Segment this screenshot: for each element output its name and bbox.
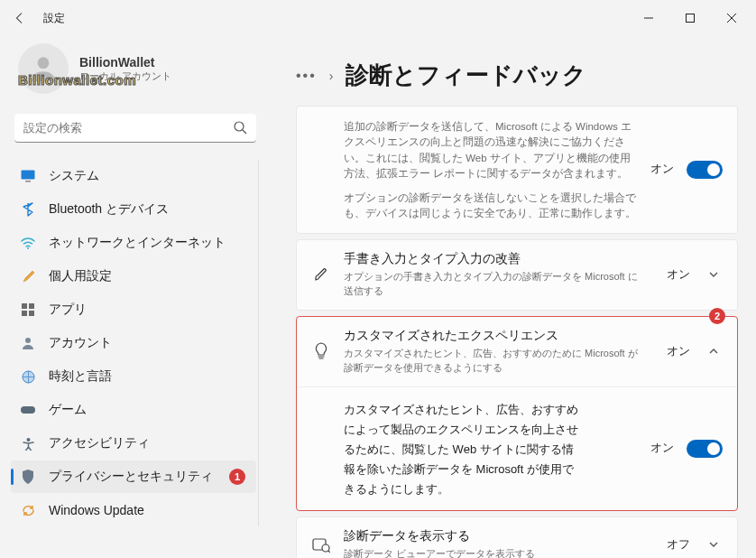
search-input[interactable] <box>14 114 256 143</box>
card-desc: カスタマイズされたヒント、広告、おすすめのために Microsoft が診断デー… <box>344 346 641 376</box>
sidebar-item-label: Bluetooth とデバイス <box>49 201 169 218</box>
chevron-right-icon: › <box>329 69 334 83</box>
svg-line-6 <box>243 130 246 134</box>
game-icon <box>20 402 36 418</box>
account-name: BillionWallet <box>79 55 171 70</box>
sidebar-item-label: 時刻と言語 <box>49 368 112 385</box>
search-input-wrap <box>14 114 256 143</box>
update-icon <box>20 502 36 518</box>
sidebar-item-label: アクセシビリティ <box>49 435 150 451</box>
avatar <box>18 43 69 94</box>
svg-rect-16 <box>21 406 35 414</box>
card-diagnostic-viewer[interactable]: 診断データを表示する 診断データ ビューアーでデータを表示する オフ <box>296 516 738 558</box>
card-desc: 追加の診断データを送信して、Microsoft による Windows エクスペ… <box>344 119 638 181</box>
svg-rect-8 <box>25 181 31 182</box>
pen-icon <box>311 266 331 283</box>
sidebar-item-accounts[interactable]: アカウント <box>11 327 256 359</box>
sidebar-item-privacy[interactable]: プライバシーとセキュリティ 1 <box>11 460 256 493</box>
apps-icon <box>20 302 36 318</box>
wifi-icon <box>20 235 36 251</box>
card-desc-note: オプションの診断データを送信しないことを選択した場合でも、デバイスは同じように安… <box>344 191 638 222</box>
lightbulb-icon <box>311 342 331 360</box>
breadcrumb-more[interactable]: ••• <box>296 68 317 84</box>
maximize-button[interactable] <box>669 4 711 33</box>
sidebar-item-label: アカウント <box>49 335 112 351</box>
svg-rect-11 <box>29 303 34 309</box>
svg-point-19 <box>322 544 329 552</box>
sidebar-item-network[interactable]: ネットワークとインターネット <box>11 227 256 259</box>
card-tailored-experiences: カスタマイズされたエクスペリエンス カスタマイズされたヒント、広告、おすすめのた… <box>296 316 738 511</box>
svg-point-4 <box>38 57 50 69</box>
sidebar-item-label: ネットワークとインターネット <box>49 235 226 251</box>
display-icon <box>20 168 36 184</box>
window-title: 設定 <box>43 11 65 26</box>
back-button[interactable] <box>4 2 36 34</box>
sidebar-item-bluetooth[interactable]: Bluetooth とデバイス <box>11 193 256 226</box>
svg-point-14 <box>25 338 31 343</box>
account-type: ローカル アカウント <box>79 70 171 83</box>
svg-rect-1 <box>687 14 695 23</box>
page-title: 診断とフィードバック <box>346 60 586 91</box>
sidebar-item-label: ゲーム <box>49 402 87 418</box>
close-button[interactable] <box>711 4 752 33</box>
svg-rect-12 <box>22 311 27 316</box>
svg-line-20 <box>328 551 330 553</box>
svg-rect-7 <box>22 171 35 180</box>
svg-point-9 <box>27 247 29 249</box>
card-sub-desc: カスタマイズされたヒント、広告、おすすめによって製品のエクスペリエンスを向上させ… <box>344 400 578 499</box>
person-icon <box>20 335 36 351</box>
search-icon <box>233 120 247 135</box>
toggle-state: オン <box>650 162 674 177</box>
toggle-state: オン <box>667 267 690 283</box>
card-title: 手書き入力とタイプ入力の改善 <box>344 251 654 267</box>
sidebar-item-apps[interactable]: アプリ <box>11 293 256 326</box>
card-desc: 診断データ ビューアーでデータを表示する <box>344 546 641 558</box>
card-header-row[interactable]: カスタマイズされたエクスペリエンス カスタマイズされたヒント、広告、おすすめのた… <box>297 317 737 386</box>
accessibility-icon <box>20 435 36 451</box>
sidebar-item-time-language[interactable]: 時刻と言語 <box>11 360 256 393</box>
svg-rect-10 <box>22 303 27 309</box>
annotation-badge-2: 2 <box>709 308 725 324</box>
card-optional-diagnostics: 追加の診断データを送信して、Microsoft による Windows エクスペ… <box>296 106 738 234</box>
chevron-up-icon[interactable] <box>708 346 723 357</box>
toggle-state: オフ <box>667 537 690 553</box>
sidebar-item-label: プライバシーとセキュリティ <box>49 469 213 485</box>
svg-point-5 <box>235 122 244 131</box>
toggle-tailored-experiences[interactable] <box>687 440 723 458</box>
minimize-button[interactable] <box>628 4 669 33</box>
toggle-optional-diagnostics[interactable] <box>687 161 723 179</box>
sidebar-item-personalization[interactable]: 個人用設定 <box>11 260 256 293</box>
globe-icon <box>20 368 36 385</box>
sidebar-item-system[interactable]: システム <box>11 160 256 192</box>
card-title: カスタマイズされたエクスペリエンス <box>344 328 654 344</box>
svg-point-17 <box>26 438 30 442</box>
shield-icon <box>20 469 36 485</box>
chevron-down-icon[interactable] <box>708 539 723 550</box>
sidebar-item-label: アプリ <box>49 302 87 318</box>
account-block[interactable]: BillionWallet ローカル アカウント <box>11 36 260 108</box>
annotation-badge-1: 1 <box>229 469 245 485</box>
sidebar-item-label: システム <box>49 168 99 184</box>
toggle-state: オン <box>650 441 674 456</box>
card-desc: オプションの手書き入力とタイプ入力の診断データを Microsoft に送信する <box>344 269 641 299</box>
chevron-down-icon[interactable] <box>708 269 723 280</box>
svg-rect-13 <box>29 311 34 316</box>
sidebar-item-label: 個人用設定 <box>49 268 112 284</box>
card-handwriting[interactable]: 手書き入力とタイプ入力の改善 オプションの手書き入力とタイプ入力の診断データを … <box>296 239 738 311</box>
sidebar-item-windows-update[interactable]: Windows Update <box>11 494 256 526</box>
data-viewer-icon <box>311 536 331 553</box>
sidebar-item-accessibility[interactable]: アクセシビリティ <box>11 427 256 460</box>
sidebar-item-label: Windows Update <box>49 503 144 517</box>
bluetooth-icon <box>20 201 36 218</box>
toggle-state: オン <box>667 344 690 359</box>
card-title: 診断データを表示する <box>344 528 654 544</box>
sidebar-item-gaming[interactable]: ゲーム <box>11 394 256 426</box>
brush-icon <box>20 268 36 284</box>
